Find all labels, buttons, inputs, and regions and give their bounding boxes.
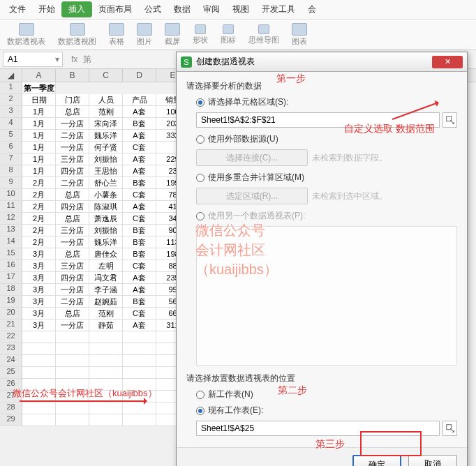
col-D[interactable]: D [123,69,156,82]
cell[interactable]: 四分店 [56,201,89,213]
cell[interactable]: A套 [123,272,156,284]
cell[interactable]: 总店 [56,308,89,320]
row-header[interactable]: 2 [0,94,22,106]
cell[interactable]: 萧逸辰 [89,213,123,225]
cell[interactable]: 宋向泽 [89,118,123,130]
cell[interactable]: 人员 [89,94,123,106]
cell[interactable]: 门店 [56,94,89,106]
tab-review[interactable]: 审阅 [197,1,226,18]
cell[interactable] [89,414,123,426]
cell[interactable] [22,367,56,379]
rib-pivot-table[interactable]: 数据透视表 [7,23,45,47]
cell[interactable] [89,343,123,355]
row-header[interactable]: 22 [0,331,22,343]
row-header[interactable]: 7 [0,153,22,165]
cell[interactable]: 冯文君 [89,272,123,284]
cell[interactable]: A套 [123,153,156,165]
cell[interactable]: A套 [123,320,156,331]
cell[interactable] [56,343,89,355]
rib-icons[interactable]: 图标 [221,24,236,45]
cell[interactable]: B套 [123,296,156,308]
cell[interactable] [89,355,123,367]
cell[interactable]: 2月 [22,236,56,248]
opt-cell-range[interactable]: 请选择单元格区域(S): [196,96,457,108]
cell[interactable] [56,367,89,379]
cell[interactable]: 3月 [22,272,56,284]
row-header[interactable]: 3 [0,106,22,118]
cell[interactable] [89,367,123,379]
tab-formula[interactable]: 公式 [138,1,168,18]
tab-insert[interactable]: 插入 [61,1,92,17]
radio-multi[interactable] [196,174,204,182]
cell[interactable]: 陈淑琪 [89,201,123,213]
col-B[interactable]: B [56,69,89,82]
cell[interactable] [123,343,156,355]
row-header[interactable]: 5 [0,130,22,142]
row-header[interactable]: 20 [0,308,22,320]
cell[interactable]: 左明 [89,260,123,272]
range-picker-icon[interactable] [442,112,457,128]
select-all-corner[interactable]: ◢ [0,69,22,82]
cell[interactable] [56,331,89,343]
cell[interactable]: A套 [123,106,156,118]
cell[interactable] [89,403,123,414]
cell[interactable]: 产品 [123,94,156,106]
tab-data[interactable]: 数据 [168,1,197,18]
cell[interactable]: 总店 [56,189,89,201]
ok-button[interactable]: 确定 [352,455,401,466]
cell[interactable]: B套 [123,177,156,189]
cell[interactable]: 3月 [22,248,56,260]
cell[interactable]: 3月 [22,260,56,272]
cell[interactable]: A套 [123,201,156,213]
cell[interactable] [123,367,156,379]
cell[interactable]: 李子涵 [89,284,123,296]
location-picker-icon[interactable] [442,421,457,436]
cell[interactable]: 三分店 [56,153,89,165]
rib-screenshot[interactable]: 截屏 [165,23,180,47]
opt-multi[interactable]: 使用多重合并计算区域(M) [196,172,457,183]
cell[interactable]: 四分店 [56,165,89,177]
rib-flow[interactable]: 思维导图 [248,24,279,45]
cell[interactable]: 1月 [22,118,56,130]
cell[interactable]: 总店 [56,106,89,118]
cell[interactable]: 2月 [22,177,56,189]
cell[interactable]: C套 [123,189,156,201]
cell[interactable]: 1月 [22,130,56,142]
chevron-down-icon[interactable]: ▾ [52,54,62,64]
cell[interactable] [123,331,156,343]
cancel-button[interactable]: 取消 [408,455,457,466]
cell[interactable]: 总店 [56,248,89,260]
cell[interactable]: A套 [123,284,156,296]
cell[interactable]: A套 [123,165,156,177]
row-header[interactable]: 24 [0,355,22,367]
cell[interactable]: 二分店 [56,130,89,142]
cell[interactable]: 范刚 [89,308,123,320]
radio-cell-range[interactable] [196,98,204,107]
cell[interactable]: 2月 [22,189,56,201]
cell[interactable]: 静茹 [89,320,123,331]
cell[interactable]: 一分店 [56,320,89,331]
rib-shapes[interactable]: 形状 [193,24,208,45]
col-C[interactable]: C [89,69,123,82]
cell[interactable] [56,403,89,414]
tab-view[interactable]: 视图 [226,1,255,18]
cell[interactable]: A套 [123,130,156,142]
rib-table[interactable]: 表格 [109,23,124,47]
row-header[interactable]: 11 [0,201,22,213]
row-header[interactable]: 18 [0,284,22,296]
cell[interactable]: 日期 [22,94,56,106]
rib-picture[interactable]: 图片 [137,23,152,47]
cell[interactable]: 2月 [22,213,56,225]
row-header[interactable]: 10 [0,189,22,201]
row-header[interactable]: 25 [0,367,22,379]
cell[interactable]: 刘振怡 [89,225,123,236]
row-header[interactable]: 28 [0,403,22,414]
radio-external[interactable] [196,135,204,144]
name-box[interactable]: ▾ [3,52,63,67]
cell[interactable]: 3月 [22,296,56,308]
cell[interactable]: B套 [123,118,156,130]
cell[interactable] [22,355,56,367]
row-header[interactable]: 16 [0,260,22,272]
radio-new-sheet[interactable] [196,391,204,399]
cell[interactable] [22,331,56,343]
